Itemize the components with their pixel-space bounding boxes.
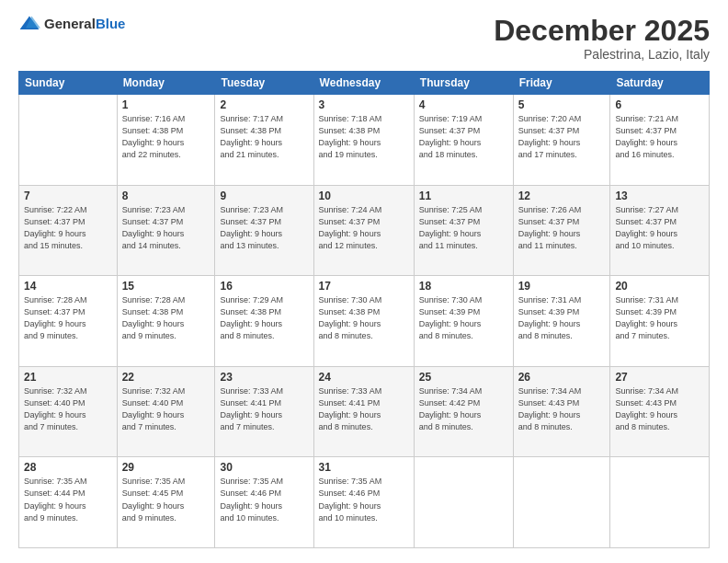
logo: GeneralBlue: [18, 15, 125, 33]
day-info: Sunrise: 7:32 AM Sunset: 4:40 PM Dayligh…: [122, 385, 210, 433]
day-info: Sunrise: 7:31 AM Sunset: 4:39 PM Dayligh…: [518, 294, 606, 342]
day-number: 25: [419, 371, 508, 384]
calendar-cell: 23Sunrise: 7:33 AM Sunset: 4:41 PM Dayli…: [215, 366, 313, 457]
logo-general: General: [44, 16, 96, 31]
day-info: Sunrise: 7:20 AM Sunset: 4:37 PM Dayligh…: [518, 113, 606, 161]
day-number: 31: [319, 461, 409, 474]
day-header-monday: Monday: [117, 72, 215, 95]
day-info: Sunrise: 7:33 AM Sunset: 4:41 PM Dayligh…: [319, 385, 409, 433]
calendar-cell: [414, 457, 513, 548]
day-number: 24: [319, 371, 409, 384]
page: GeneralBlue December 2025 Palestrina, La…: [0, 0, 728, 563]
day-info: Sunrise: 7:25 AM Sunset: 4:37 PM Dayligh…: [419, 204, 508, 252]
day-info: Sunrise: 7:19 AM Sunset: 4:37 PM Dayligh…: [419, 113, 508, 161]
calendar-cell: 13Sunrise: 7:27 AM Sunset: 4:37 PM Dayli…: [610, 185, 710, 276]
subtitle: Palestrina, Lazio, Italy: [494, 47, 710, 62]
day-header-friday: Friday: [513, 72, 610, 95]
day-info: Sunrise: 7:26 AM Sunset: 4:37 PM Dayligh…: [518, 204, 606, 252]
calendar-cell: 7Sunrise: 7:22 AM Sunset: 4:37 PM Daylig…: [19, 185, 118, 276]
day-number: 11: [419, 190, 508, 202]
day-info: Sunrise: 7:29 AM Sunset: 4:38 PM Dayligh…: [220, 294, 308, 342]
day-info: Sunrise: 7:22 AM Sunset: 4:37 PM Dayligh…: [24, 204, 112, 252]
logo-icon: [18, 15, 40, 33]
day-info: Sunrise: 7:17 AM Sunset: 4:38 PM Dayligh…: [220, 113, 308, 161]
calendar-cell: 19Sunrise: 7:31 AM Sunset: 4:39 PM Dayli…: [513, 276, 610, 367]
calendar-cell: 22Sunrise: 7:32 AM Sunset: 4:40 PM Dayli…: [117, 366, 215, 457]
day-info: Sunrise: 7:27 AM Sunset: 4:37 PM Dayligh…: [615, 204, 704, 252]
day-number: 20: [615, 280, 704, 293]
day-number: 14: [24, 280, 112, 293]
day-info: Sunrise: 7:31 AM Sunset: 4:39 PM Dayligh…: [615, 294, 704, 342]
calendar-cell: 24Sunrise: 7:33 AM Sunset: 4:41 PM Dayli…: [313, 366, 414, 457]
day-info: Sunrise: 7:35 AM Sunset: 4:44 PM Dayligh…: [24, 476, 112, 523]
day-header-thursday: Thursday: [414, 72, 513, 95]
day-number: 15: [122, 280, 210, 293]
calendar-week-row: 28Sunrise: 7:35 AM Sunset: 4:44 PM Dayli…: [19, 457, 710, 548]
calendar-week-row: 21Sunrise: 7:32 AM Sunset: 4:40 PM Dayli…: [19, 366, 710, 457]
day-number: 4: [419, 98, 508, 111]
calendar-cell: 11Sunrise: 7:25 AM Sunset: 4:37 PM Dayli…: [414, 185, 513, 276]
calendar-cell: 21Sunrise: 7:32 AM Sunset: 4:40 PM Dayli…: [19, 366, 118, 457]
header: GeneralBlue December 2025 Palestrina, La…: [18, 15, 710, 62]
day-number: 29: [122, 461, 210, 474]
day-header-sunday: Sunday: [19, 72, 118, 95]
day-header-tuesday: Tuesday: [215, 72, 313, 95]
calendar-cell: 9Sunrise: 7:23 AM Sunset: 4:37 PM Daylig…: [215, 185, 313, 276]
calendar-week-row: 7Sunrise: 7:22 AM Sunset: 4:37 PM Daylig…: [19, 185, 710, 276]
calendar-cell: 16Sunrise: 7:29 AM Sunset: 4:38 PM Dayli…: [215, 276, 313, 367]
day-info: Sunrise: 7:34 AM Sunset: 4:43 PM Dayligh…: [518, 385, 606, 433]
calendar-cell: 14Sunrise: 7:28 AM Sunset: 4:37 PM Dayli…: [19, 276, 118, 367]
day-number: 30: [220, 461, 308, 474]
calendar-cell: 12Sunrise: 7:26 AM Sunset: 4:37 PM Dayli…: [513, 185, 610, 276]
day-number: 7: [24, 190, 112, 202]
day-number: 26: [518, 371, 606, 384]
day-number: 28: [24, 461, 112, 474]
month-title: December 2025: [494, 15, 710, 47]
calendar-week-row: 1Sunrise: 7:16 AM Sunset: 4:38 PM Daylig…: [19, 95, 710, 186]
day-info: Sunrise: 7:34 AM Sunset: 4:43 PM Dayligh…: [615, 385, 704, 433]
day-number: 8: [122, 190, 210, 202]
day-info: Sunrise: 7:30 AM Sunset: 4:39 PM Dayligh…: [419, 294, 508, 342]
calendar-cell: 27Sunrise: 7:34 AM Sunset: 4:43 PM Dayli…: [610, 366, 710, 457]
calendar-cell: [513, 457, 610, 548]
day-info: Sunrise: 7:34 AM Sunset: 4:42 PM Dayligh…: [419, 385, 508, 433]
day-info: Sunrise: 7:30 AM Sunset: 4:38 PM Dayligh…: [319, 294, 409, 342]
day-number: 19: [518, 280, 606, 293]
calendar-table: SundayMondayTuesdayWednesdayThursdayFrid…: [18, 71, 710, 548]
day-header-saturday: Saturday: [610, 72, 710, 95]
day-info: Sunrise: 7:28 AM Sunset: 4:37 PM Dayligh…: [24, 294, 112, 342]
calendar-cell: 5Sunrise: 7:20 AM Sunset: 4:37 PM Daylig…: [513, 95, 610, 186]
calendar-cell: 29Sunrise: 7:35 AM Sunset: 4:45 PM Dayli…: [117, 457, 215, 548]
day-number: 6: [615, 98, 704, 111]
calendar-cell: 17Sunrise: 7:30 AM Sunset: 4:38 PM Dayli…: [313, 276, 414, 367]
calendar-cell: 25Sunrise: 7:34 AM Sunset: 4:42 PM Dayli…: [414, 366, 513, 457]
calendar-cell: 30Sunrise: 7:35 AM Sunset: 4:46 PM Dayli…: [215, 457, 313, 548]
day-number: 18: [419, 280, 508, 293]
day-info: Sunrise: 7:23 AM Sunset: 4:37 PM Dayligh…: [220, 204, 308, 252]
day-info: Sunrise: 7:23 AM Sunset: 4:37 PM Dayligh…: [122, 204, 210, 252]
day-number: 13: [615, 190, 704, 202]
day-number: 22: [122, 371, 210, 384]
day-info: Sunrise: 7:35 AM Sunset: 4:45 PM Dayligh…: [122, 476, 210, 523]
calendar-cell: [610, 457, 710, 548]
calendar-cell: 18Sunrise: 7:30 AM Sunset: 4:39 PM Dayli…: [414, 276, 513, 367]
calendar-cell: 4Sunrise: 7:19 AM Sunset: 4:37 PM Daylig…: [414, 95, 513, 186]
calendar-cell: 26Sunrise: 7:34 AM Sunset: 4:43 PM Dayli…: [513, 366, 610, 457]
calendar-cell: 15Sunrise: 7:28 AM Sunset: 4:38 PM Dayli…: [117, 276, 215, 367]
calendar-cell: 10Sunrise: 7:24 AM Sunset: 4:37 PM Dayli…: [313, 185, 414, 276]
calendar-cell: [19, 95, 118, 186]
calendar-cell: 3Sunrise: 7:18 AM Sunset: 4:38 PM Daylig…: [313, 95, 414, 186]
calendar-cell: 20Sunrise: 7:31 AM Sunset: 4:39 PM Dayli…: [610, 276, 710, 367]
calendar-cell: 6Sunrise: 7:21 AM Sunset: 4:37 PM Daylig…: [610, 95, 710, 186]
day-number: 27: [615, 371, 704, 384]
day-info: Sunrise: 7:28 AM Sunset: 4:38 PM Dayligh…: [122, 294, 210, 342]
calendar-header-row: SundayMondayTuesdayWednesdayThursdayFrid…: [19, 72, 710, 95]
day-number: 16: [220, 280, 308, 293]
day-number: 12: [518, 190, 606, 202]
day-info: Sunrise: 7:18 AM Sunset: 4:38 PM Dayligh…: [319, 113, 409, 161]
title-block: December 2025 Palestrina, Lazio, Italy: [494, 15, 710, 62]
day-number: 23: [220, 371, 308, 384]
day-info: Sunrise: 7:35 AM Sunset: 4:46 PM Dayligh…: [319, 476, 409, 523]
logo-blue: Blue: [96, 16, 126, 31]
day-info: Sunrise: 7:16 AM Sunset: 4:38 PM Dayligh…: [122, 113, 210, 161]
